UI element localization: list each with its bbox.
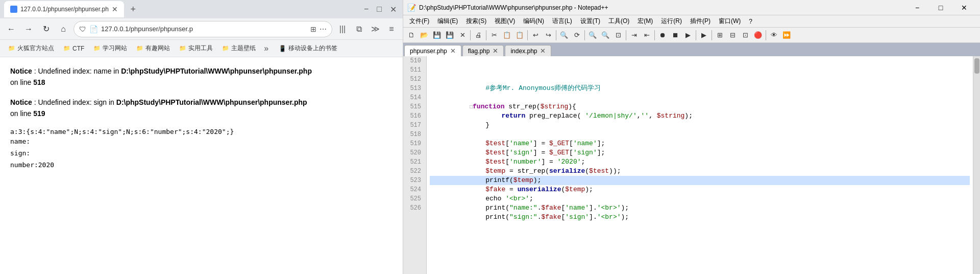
var-519b: $_GET <box>549 149 569 156</box>
menu-run[interactable]: 运行(R) <box>657 16 686 27</box>
toolbar-find-replace[interactable]: ⟳ <box>571 29 583 41</box>
toolbar-extra2[interactable]: ⊟ <box>726 29 739 41</box>
toolbar-unindent[interactable]: ⇤ <box>641 29 653 41</box>
bookmark-item-3[interactable]: 📁 学习网站 <box>89 42 131 55</box>
toolbar-undo[interactable]: ↩ <box>529 29 542 41</box>
toolbar-cut[interactable]: ✂ <box>488 29 500 41</box>
browser-tab-active[interactable]: 127.0.0.1/phpunser/phpunser.ph ✕ <box>4 1 124 17</box>
str-525b: 'name' <box>565 204 589 212</box>
toolbar-zoom-in[interactable]: 🔍 <box>586 29 599 41</box>
tab-flag-close[interactable]: ✕ <box>493 47 498 55</box>
toolbar-separator-1 <box>470 30 471 40</box>
toolbar-close[interactable]: ✕ <box>456 29 469 41</box>
menu-window[interactable]: 窗口(W) <box>715 16 745 27</box>
toolbar-run[interactable]: ▶ <box>698 29 710 41</box>
home-button[interactable]: ⌂ <box>56 22 70 36</box>
toolbar-extra4[interactable]: 🔴 <box>752 29 764 41</box>
output-number: number:2020 <box>10 159 393 171</box>
back-button[interactable]: ← <box>4 22 18 36</box>
toolbar-macro-stop[interactable]: ⏹ <box>669 29 681 41</box>
toolbar-macro-play[interactable]: ▶ <box>682 29 694 41</box>
toolbar-print[interactable]: 🖨 <box>472 29 484 41</box>
tab-close-button[interactable]: ✕ <box>112 5 118 13</box>
bookmark-item-6[interactable]: 📁 主题壁纸 <box>218 42 260 55</box>
kw-unserialize-523: unserialize <box>518 186 561 193</box>
menu-tools[interactable]: 工具(O) <box>604 16 633 27</box>
toolbar-open[interactable]: 📂 <box>418 29 430 41</box>
bookmark-item-1[interactable]: 📁 火狐官方站点 <box>4 42 58 55</box>
toolbar-zoom-out[interactable]: 🔍 <box>599 29 611 41</box>
scrollbar-thumb[interactable] <box>974 58 979 74</box>
editor-close-button[interactable]: ✕ <box>952 0 976 15</box>
mobile-bookmarks-item[interactable]: 📱 移动设备上的书签 <box>275 42 341 55</box>
split-icon[interactable]: ⧉ <box>352 22 366 36</box>
more-icon[interactable]: ⋯ <box>320 25 327 33</box>
code-518-eq: ] = <box>533 140 549 147</box>
toolbar-indent[interactable]: ⇥ <box>628 29 640 41</box>
bookmark-item-5[interactable]: 📁 实用工具 <box>175 42 217 55</box>
menu-macro[interactable]: 宏(M) <box>633 16 657 27</box>
toolbar-paste[interactable]: 📋 <box>513 29 526 41</box>
output-sign: sign: <box>10 147 393 159</box>
address-bar[interactable]: 🛡 📄 127.0.0.1/phpunser/phpunser.p ⊞ ⋯ <box>74 21 332 37</box>
bookmarks-more-button[interactable]: » <box>261 42 272 55</box>
editor-maximize-button[interactable]: □ <box>929 0 952 15</box>
refresh-button[interactable]: ↻ <box>39 22 53 36</box>
toolbar-find[interactable]: 🔍 <box>558 29 570 41</box>
menu-edit[interactable]: 编辑(E) <box>433 16 462 27</box>
code-515-comma: , <box>637 112 641 120</box>
menu-language[interactable]: 语言(L) <box>548 16 576 27</box>
toolbar-new[interactable]: 🗋 <box>405 29 418 41</box>
editor-minimize-button[interactable]: − <box>905 0 929 15</box>
toolbar-save[interactable]: 💾 <box>431 29 443 41</box>
bookmark-item-4[interactable]: 📁 有趣网站 <box>132 42 174 55</box>
var-523b: $temp <box>565 186 585 193</box>
toolbar-redo[interactable]: ↪ <box>542 29 554 41</box>
bookmark-folder-icon-2: 📁 <box>63 45 70 52</box>
toolbar-extra6[interactable]: ⏩ <box>780 29 793 41</box>
menu-file[interactable]: 文件(F) <box>405 16 433 27</box>
bookmark-item-2[interactable]: 📁 CTF <box>59 43 88 54</box>
code-line-510 <box>430 56 970 65</box>
maximize-button[interactable]: □ <box>375 5 384 14</box>
menu-help[interactable]: ? <box>745 17 756 26</box>
line-num-522: 522 <box>403 167 423 176</box>
editor-tab-flag[interactable]: flag.php ✕ <box>462 45 504 56</box>
menu-plugins[interactable]: 插件(P) <box>686 16 715 27</box>
toolbar-copy[interactable]: 📋 <box>501 29 513 41</box>
vertical-scrollbar[interactable] <box>973 56 980 274</box>
str-519b: 'sign' <box>573 149 597 156</box>
qr-icon[interactable]: ⊞ <box>310 25 316 33</box>
extensions-icon[interactable]: ≫ <box>368 22 382 36</box>
forward-button[interactable]: → <box>21 22 36 36</box>
tab-phpunser-close[interactable]: ✕ <box>450 47 456 55</box>
editor-tab-index[interactable]: index.php ✕ <box>505 45 551 56</box>
menu-settings[interactable]: 设置(T) <box>576 16 604 27</box>
code-525-dot2: ]. <box>589 204 597 212</box>
menu-encoding[interactable]: 编码(N) <box>519 16 548 27</box>
toolbar-extra5[interactable]: 👁 <box>768 29 780 41</box>
code-lines-area[interactable]: #参考Mr. Anonymous师傅的代码学习 □function str_re… <box>427 56 973 274</box>
code-525-print: print( <box>485 204 509 212</box>
toolbar-extra1[interactable]: ⊞ <box>714 29 726 41</box>
new-tab-button[interactable]: + <box>126 2 140 16</box>
toolbar-zoom-restore[interactable]: ⊡ <box>612 29 624 41</box>
menu-icon[interactable]: ≡ <box>384 22 399 36</box>
toolbar-macro-record[interactable]: ⏺ <box>656 29 669 41</box>
close-button[interactable]: ✕ <box>388 5 399 14</box>
collections-icon[interactable]: ||| <box>335 22 350 36</box>
code-519-bracket: [ <box>505 149 509 156</box>
toolbar-save-all[interactable]: 💾 <box>444 29 456 41</box>
code-524-echo: echo <box>485 195 505 202</box>
toolbar-extra3[interactable]: ⊡ <box>739 29 751 41</box>
minimize-button[interactable]: − <box>362 5 371 14</box>
code-line-511 <box>430 65 970 75</box>
editor-tab-phpunser[interactable]: phpunser.php ✕ <box>404 45 461 56</box>
var-520a: $test <box>485 158 505 166</box>
str-526c: '<br>' <box>597 213 621 221</box>
tab-index-close[interactable]: ✕ <box>540 47 546 55</box>
address-text[interactable]: 127.0.0.1/phpunser/phpunser.p <box>101 25 307 33</box>
code-519-end: ]; <box>597 149 605 156</box>
menu-search[interactable]: 搜索(S) <box>462 16 491 27</box>
menu-view[interactable]: 视图(V) <box>491 16 519 27</box>
